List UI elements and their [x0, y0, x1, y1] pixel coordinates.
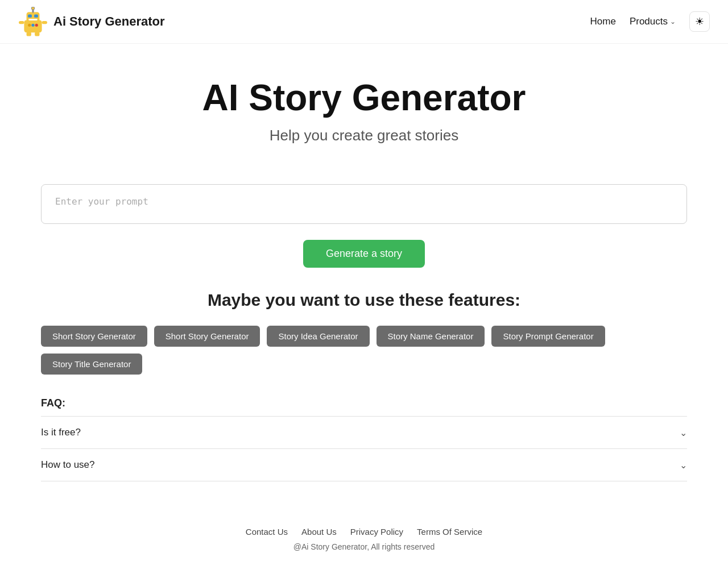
- faq-item[interactable]: Is it free?⌄: [41, 416, 687, 448]
- faq-question: How to use?: [41, 459, 95, 471]
- svg-point-8: [31, 24, 34, 27]
- footer-link[interactable]: Terms Of Service: [417, 527, 482, 537]
- svg-rect-11: [42, 21, 47, 24]
- svg-rect-10: [19, 21, 24, 24]
- feature-tag[interactable]: Story Prompt Generator: [491, 326, 605, 347]
- prompt-input[interactable]: [41, 184, 687, 224]
- hero-section: AI Story Generator Help you create great…: [0, 44, 728, 167]
- features-heading: Maybe you want to use these features:: [41, 290, 687, 310]
- brand-name: Ai Story Generator: [53, 14, 165, 29]
- footer-link[interactable]: Contact Us: [246, 527, 288, 537]
- faq-item[interactable]: How to use?⌄: [41, 448, 687, 481]
- faq-label: FAQ:: [41, 397, 687, 409]
- faq-chevron-icon: ⌄: [680, 460, 687, 471]
- navbar-right: Home Products ⌄ ☀: [590, 11, 710, 32]
- feature-tag[interactable]: Story Name Generator: [377, 326, 485, 347]
- brand-logo[interactable]: Ai Story Generator: [18, 7, 165, 36]
- svg-point-7: [28, 24, 31, 27]
- svg-rect-13: [35, 32, 39, 36]
- footer: Contact UsAbout UsPrivacy PolicyTerms Of…: [0, 504, 728, 569]
- footer-link[interactable]: About Us: [301, 527, 337, 537]
- feature-tag[interactable]: Short Story Generator: [154, 326, 260, 347]
- robot-icon: [18, 7, 48, 36]
- feature-tag[interactable]: Short Story Generator: [41, 326, 147, 347]
- svg-rect-4: [28, 15, 32, 18]
- faq-chevron-icon: ⌄: [680, 427, 687, 438]
- nav-home[interactable]: Home: [590, 16, 616, 27]
- svg-rect-5: [34, 15, 38, 18]
- generate-button[interactable]: Generate a story: [303, 240, 425, 268]
- features-list: Short Story GeneratorShort Story Generat…: [41, 326, 687, 375]
- products-label: Products: [630, 16, 668, 27]
- feature-tag[interactable]: Story Idea Generator: [267, 326, 369, 347]
- hero-subtitle: Help you create great stories: [18, 127, 710, 144]
- navbar: Ai Story Generator Home Products ⌄ ☀: [0, 0, 728, 44]
- svg-point-9: [35, 24, 38, 27]
- footer-links: Contact UsAbout UsPrivacy PolicyTerms Of…: [18, 527, 710, 537]
- generate-btn-wrapper: Generate a story: [41, 240, 687, 268]
- footer-copyright: @Ai Story Generator, All rights reserved: [18, 542, 710, 551]
- sun-icon: ☀: [695, 15, 704, 28]
- feature-tag[interactable]: Story Title Generator: [41, 354, 142, 375]
- products-chevron-icon: ⌄: [670, 18, 676, 26]
- svg-rect-6: [28, 19, 38, 20]
- faq-section: FAQ: Is it free?⌄How to use?⌄: [23, 397, 705, 481]
- features-section: Maybe you want to use these features: Sh…: [23, 290, 705, 375]
- theme-toggle-button[interactable]: ☀: [689, 11, 710, 32]
- svg-point-3: [31, 7, 34, 10]
- nav-products[interactable]: Products ⌄: [630, 16, 676, 27]
- svg-rect-12: [27, 32, 31, 36]
- hero-title: AI Story Generator: [18, 78, 710, 118]
- faq-items: Is it free?⌄How to use?⌄: [41, 416, 687, 481]
- faq-question: Is it free?: [41, 427, 81, 438]
- prompt-section: Generate a story: [23, 184, 705, 268]
- footer-link[interactable]: Privacy Policy: [350, 527, 403, 537]
